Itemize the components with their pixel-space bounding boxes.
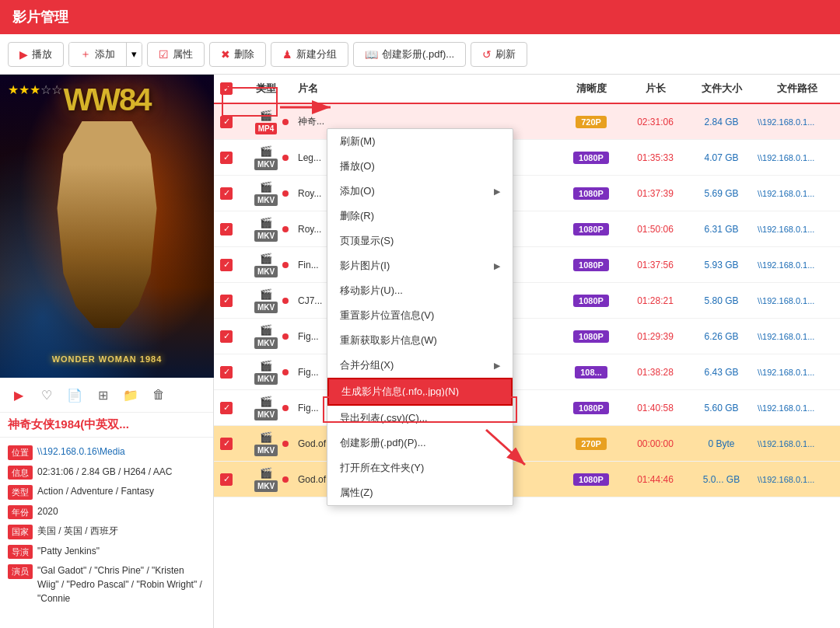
select-all-checkbox[interactable]	[220, 82, 233, 95]
row-checkbox[interactable]	[220, 259, 233, 271]
dot-indicator	[282, 298, 289, 304]
table-row[interactable]: 🎬 MP4 神奇... 720P 02:31:06 2.84 GB \\192.…	[214, 104, 840, 140]
row-checkbox-wrap[interactable]	[214, 116, 239, 128]
row-checkbox[interactable]	[220, 402, 233, 414]
row-checkbox-wrap[interactable]	[214, 152, 239, 164]
row-checkbox[interactable]	[220, 438, 233, 450]
row-checkbox[interactable]	[220, 116, 233, 128]
heart-icon[interactable]: ♡	[36, 384, 58, 406]
context-menu-item[interactable]: 播放(O)	[327, 154, 513, 179]
row-checkbox-wrap[interactable]	[214, 402, 239, 414]
table-row[interactable]: 🎬 MKV Fig... 108... 01:38:28 6.43 GB \\1…	[214, 354, 840, 390]
delete-button[interactable]: ✖ 删除	[209, 42, 266, 67]
clarity-badge: 108...	[575, 366, 607, 379]
table-row[interactable]: 🎬 MKV God.of.Gamblers.II.1991.BluRay.108…	[214, 462, 840, 497]
dot-indicator	[282, 119, 289, 125]
context-menu-item-label: 打开所在文件夹(Y)	[340, 461, 424, 475]
movie-info: 位置 \\192.168.0.16\Media 信息 02:31:06 / 2.…	[0, 438, 213, 612]
row-size: 0 Byte	[688, 438, 754, 449]
table-header: 类型 片名 清晰度 片长 文件大小 文件路径	[214, 75, 840, 104]
row-checkbox-wrap[interactable]	[214, 330, 239, 343]
context-menu-item[interactable]: 删除(R)	[327, 204, 513, 229]
new-group-button[interactable]: ♟ 新建分组	[271, 42, 348, 67]
row-checkbox-wrap[interactable]	[214, 366, 239, 379]
context-menu-item[interactable]: 属性(Z)	[327, 480, 513, 505]
row-checkbox-wrap[interactable]	[214, 223, 239, 236]
table-row[interactable]: 🎬 MKV CJ7... 1080P 01:28:21 5.80 GB \\19…	[214, 283, 840, 319]
context-menu-item-label: 页顶显示(S)	[340, 234, 394, 248]
youtube-icon[interactable]: ▶	[8, 384, 30, 406]
poster-ww-title: WONDER WOMAN 1984	[52, 354, 163, 364]
doc-icon[interactable]: 📄	[64, 384, 86, 406]
format-badge: MKV	[254, 373, 278, 385]
context-menu-item-label: 移动影片(U)...	[340, 284, 403, 298]
row-checkbox[interactable]	[220, 295, 233, 307]
header-check[interactable]	[214, 82, 239, 95]
row-checkbox[interactable]	[220, 187, 233, 200]
row-checkbox[interactable]	[220, 473, 233, 486]
row-duration: 01:44:46	[622, 474, 688, 485]
context-menu-item[interactable]: 重置影片位置信息(V)	[327, 303, 513, 328]
row-path: \\192.168.0.1...	[754, 368, 840, 377]
context-menu-item[interactable]: 刷新(M)	[327, 129, 513, 154]
row-path: \\192.168.0.1...	[754, 403, 840, 413]
row-checkbox[interactable]	[220, 152, 233, 164]
props-button[interactable]: ☑ 属性	[147, 42, 205, 67]
row-path: \\192.168.0.1...	[754, 332, 840, 341]
row-type: 🎬 MKV	[239, 431, 293, 456]
clarity-badge: 1080P	[573, 330, 609, 343]
table-row[interactable]: 🎬 MKV Fig... 1080P 01:40:58 5.60 GB \\19…	[214, 390, 840, 426]
play-button[interactable]: ▶ 播放	[8, 42, 64, 67]
add-button[interactable]: ＋ 添加	[69, 43, 126, 66]
table-row[interactable]: 🎬 MKV Leg... 1080P 01:35:33 4.07 GB \\19…	[214, 140, 840, 176]
refresh-button[interactable]: ↺ 刷新	[471, 42, 527, 67]
row-clarity: 1080P	[560, 473, 622, 486]
context-menu-item[interactable]: 移动影片(U)...	[327, 278, 513, 303]
row-checkbox-wrap[interactable]	[214, 473, 239, 486]
row-checkbox-wrap[interactable]	[214, 295, 239, 307]
table-row[interactable]: 🎬 MKV God.of.Gamblers.III.Back.to.Shangh…	[214, 426, 840, 462]
context-menu-item[interactable]: 打开所在文件夹(Y)	[327, 455, 513, 480]
row-checkbox[interactable]	[220, 223, 233, 236]
left-panel: ★★★☆☆ WW84 WONDER WOMAN 1984 ▶ ♡ 📄 ⊞ 📁 🗑…	[0, 75, 214, 628]
row-checkbox[interactable]	[220, 366, 233, 379]
context-menu-item[interactable]: 创建影册(.pdf)(P)...	[327, 431, 513, 455]
row-size: 2.84 GB	[688, 117, 754, 127]
props-icon: ☑	[159, 48, 169, 61]
add-dropdown[interactable]: ▾	[126, 43, 142, 66]
info-row-info: 信息 02:31:06 / 2.84 GB / H264 / AAC	[0, 462, 213, 483]
row-clarity: 1080P	[560, 330, 622, 343]
row-path: \\192.168.0.1...	[754, 260, 840, 270]
context-menu-item[interactable]: 影片图片(I)▶	[327, 253, 513, 278]
row-checkbox-wrap[interactable]	[214, 438, 239, 450]
row-checkbox[interactable]	[220, 330, 233, 343]
row-size: 5.0... GB	[688, 474, 754, 485]
row-type: 🎬 MKV	[239, 288, 293, 313]
row-checkbox-wrap[interactable]	[214, 187, 239, 200]
context-menu-item[interactable]: 导出列表(.csv)(C)...	[327, 406, 513, 431]
context-menu-item[interactable]: 添加(O)▶	[327, 179, 513, 204]
row-size: 4.07 GB	[688, 152, 754, 163]
grid-icon[interactable]: ⊞	[92, 384, 114, 406]
table-row[interactable]: 🎬 MKV Roy... 1080P 01:37:39 5.69 GB \\19…	[214, 176, 840, 211]
trash-icon[interactable]: 🗑	[148, 384, 170, 406]
create-album-button[interactable]: 📖 创建影册(.pdf)...	[353, 42, 466, 67]
table-row[interactable]: 🎬 MKV Fig... 1080P 01:29:39 6.26 GB \\19…	[214, 319, 840, 354]
context-menu-item[interactable]: 生成影片信息(.nfo,.jpg)(N)	[327, 378, 513, 406]
refresh-icon: ↺	[482, 48, 492, 61]
movie-actions-bar: ▶ ♡ 📄 ⊞ 📁 🗑	[0, 378, 213, 413]
album-icon: 📖	[365, 48, 378, 61]
table-row[interactable]: 🎬 MKV Fin... 1080P 01:37:56 5.93 GB \\19…	[214, 247, 840, 283]
table-row[interactable]: 🎬 MKV Roy... 1080P 01:50:06 6.31 GB \\19…	[214, 211, 840, 247]
dot-indicator	[282, 155, 289, 161]
location-label: 位置	[8, 445, 33, 460]
folder-icon[interactable]: 📁	[120, 384, 142, 406]
row-duration: 01:38:28	[622, 367, 688, 378]
dot-indicator	[282, 262, 289, 268]
row-checkbox-wrap[interactable]	[214, 259, 239, 271]
row-path: \\192.168.0.1...	[754, 225, 840, 234]
cast-value: "Gal Gadot" / "Chris Pine" / "Kristen Wi…	[37, 563, 205, 605]
context-menu-item[interactable]: 页顶显示(S)	[327, 229, 513, 253]
context-menu-item[interactable]: 合并分组(X)▶	[327, 353, 513, 378]
context-menu-item[interactable]: 重新获取影片信息(W)	[327, 328, 513, 353]
